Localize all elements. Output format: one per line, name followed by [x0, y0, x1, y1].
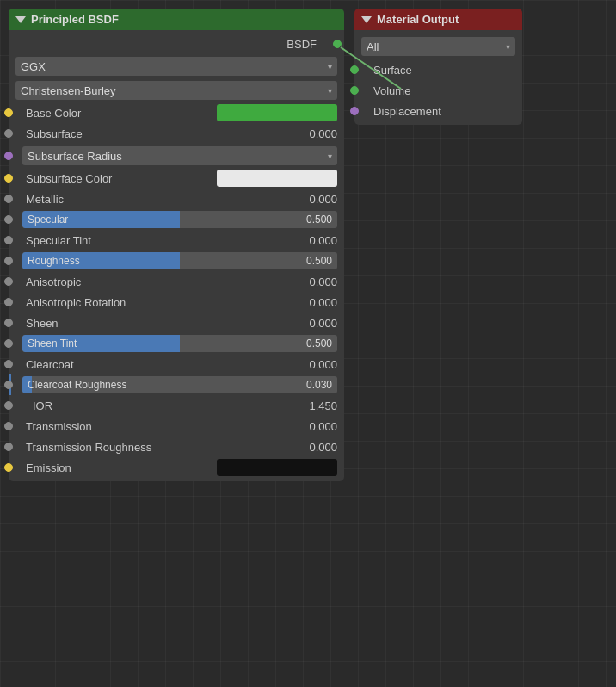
row-clearcoat: Clearcoat 0.000	[9, 354, 344, 374]
anisotropic-value: 0.000	[309, 275, 337, 288]
anisotropic-rotation-label: Anisotropic Rotation	[26, 296, 309, 309]
row-sheen-tint: Sheen Tint 0.500	[9, 333, 344, 354]
bsdf-socket[interactable]	[333, 40, 342, 48]
anisotropic-rotation-value: 0.000	[309, 296, 337, 309]
surface-socket[interactable]	[350, 65, 359, 74]
specular-slider[interactable]: Specular 0.500	[22, 211, 337, 228]
roughness-slider-label: Roughness	[22, 255, 85, 267]
sheen-socket[interactable]	[4, 319, 13, 327]
clearcoat-roughness-slider[interactable]: Clearcoat Roughness 0.030	[22, 376, 337, 393]
row-roughness: Roughness 0.500	[9, 251, 344, 271]
volume-label: Volume	[373, 84, 410, 97]
base-color-swatch[interactable]	[217, 104, 337, 121]
subsurface-radius-dropdown[interactable]: Subsurface Radius ▾	[22, 146, 337, 165]
row-sheen: Sheen 0.000	[9, 313, 344, 333]
row-metallic: Metallic 0.000	[9, 189, 344, 209]
roughness-slider[interactable]: Roughness 0.500	[22, 252, 337, 269]
clearcoat-roughness-socket[interactable]	[4, 381, 13, 389]
row-subsurface-color: Subsurface Color	[9, 168, 344, 189]
clearcoat-label: Clearcoat	[26, 358, 309, 371]
subsurface-radius-chevron-icon: ▾	[328, 152, 332, 161]
material-output-node: Material Output All ▾ Surface Volume	[354, 9, 522, 481]
specular-slider-label: Specular	[22, 214, 73, 226]
transmission-label: Transmission	[26, 420, 309, 433]
subsurface-method-value: Christensen-Burley	[21, 84, 116, 97]
row-clearcoat-roughness: Clearcoat Roughness 0.030	[9, 374, 344, 395]
ior-label: IOR	[33, 399, 309, 412]
clearcoat-socket[interactable]	[4, 360, 13, 368]
sheen-tint-slider-label: Sheen Tint	[22, 337, 82, 350]
row-ior: IOR 1.450	[9, 395, 344, 416]
sheen-tint-socket[interactable]	[4, 339, 13, 348]
sheen-tint-slider[interactable]: Sheen Tint 0.500	[22, 335, 337, 352]
emission-socket[interactable]	[4, 463, 13, 472]
material-target-dropdown-row: All ▾	[354, 34, 522, 59]
metallic-label: Metallic	[26, 193, 309, 206]
subsurface-method-chevron-icon: ▾	[328, 86, 332, 96]
subsurface-method-dropdown[interactable]: Christensen-Burley ▾	[15, 81, 337, 100]
transmission-roughness-label: Transmission Roughness	[26, 441, 309, 454]
material-output-header: Material Output	[354, 9, 522, 30]
transmission-value: 0.000	[309, 420, 337, 433]
row-emission: Emission	[9, 457, 344, 478]
row-base-color: Base Color	[9, 102, 344, 123]
row-volume: Volume	[354, 80, 522, 101]
anisotropic-label: Anisotropic	[26, 275, 309, 288]
distribution-dropdown[interactable]: GGX ▾	[15, 57, 337, 76]
nodes-container: Principled BSDF BSDF GGX ▾ Christensen-B…	[0, 0, 616, 490]
sheen-label: Sheen	[26, 317, 309, 330]
material-target-value: All	[367, 40, 379, 53]
subsurface-color-socket[interactable]	[4, 174, 13, 183]
displacement-socket[interactable]	[350, 107, 359, 115]
principled-body: BSDF GGX ▾ Christensen-Burley ▾	[9, 30, 344, 481]
base-color-label: Base Color	[26, 107, 217, 120]
sheen-value: 0.000	[309, 317, 337, 330]
bsdf-output-row: BSDF	[9, 34, 344, 54]
row-specular: Specular 0.500	[9, 209, 344, 230]
material-target-dropdown[interactable]: All ▾	[361, 37, 515, 56]
subsurface-radius-socket[interactable]	[4, 152, 13, 160]
clearcoat-roughness-slider-value: 0.030	[306, 379, 332, 391]
anisotropic-socket[interactable]	[4, 277, 13, 286]
emission-color-swatch[interactable]	[217, 459, 337, 476]
subsurface-socket[interactable]	[4, 129, 13, 138]
material-output-body: All ▾ Surface Volume Displacement	[354, 30, 522, 125]
base-color-socket[interactable]	[4, 108, 13, 117]
bsdf-label: BSDF	[286, 38, 317, 51]
roughness-slider-value: 0.500	[306, 255, 332, 267]
clearcoat-value: 0.000	[309, 358, 337, 371]
transmission-roughness-socket[interactable]	[4, 443, 13, 451]
transmission-roughness-value: 0.000	[309, 441, 337, 454]
metallic-socket[interactable]	[4, 195, 13, 203]
subsurface-color-swatch[interactable]	[217, 170, 337, 187]
material-output-title: Material Output	[377, 13, 459, 26]
subsurface-radius-value: Subsurface Radius	[28, 150, 122, 163]
collapse-triangle-icon[interactable]	[15, 16, 26, 23]
emission-label: Emission	[26, 461, 217, 474]
displacement-label: Displacement	[373, 105, 441, 118]
subsurface-label: Subsurface	[26, 127, 309, 140]
material-target-chevron-icon: ▾	[506, 42, 510, 52]
sheen-tint-slider-value: 0.500	[306, 337, 332, 350]
ior-value: 1.450	[309, 399, 337, 412]
subsurface-color-label: Subsurface Color	[26, 172, 217, 185]
roughness-socket[interactable]	[4, 257, 13, 265]
surface-label: Surface	[373, 64, 412, 77]
row-displacement: Displacement	[354, 101, 522, 121]
specular-socket[interactable]	[4, 215, 13, 224]
distribution-value: GGX	[21, 60, 46, 73]
transmission-socket[interactable]	[4, 422, 13, 430]
ior-socket[interactable]	[4, 401, 13, 410]
specular-tint-socket[interactable]	[4, 236, 13, 244]
metallic-value: 0.000	[309, 193, 337, 206]
material-collapse-triangle-icon[interactable]	[361, 16, 372, 23]
anisotropic-rotation-socket[interactable]	[4, 298, 13, 306]
row-anisotropic: Anisotropic 0.000	[9, 271, 344, 292]
row-transmission: Transmission 0.000	[9, 416, 344, 436]
distribution-chevron-icon: ▾	[328, 62, 332, 71]
principled-header: Principled BSDF	[9, 9, 344, 30]
row-surface: Surface	[354, 59, 522, 80]
volume-socket[interactable]	[350, 86, 359, 95]
specular-slider-value: 0.500	[306, 214, 332, 226]
row-subsurface: Subsurface 0.000	[9, 123, 344, 144]
